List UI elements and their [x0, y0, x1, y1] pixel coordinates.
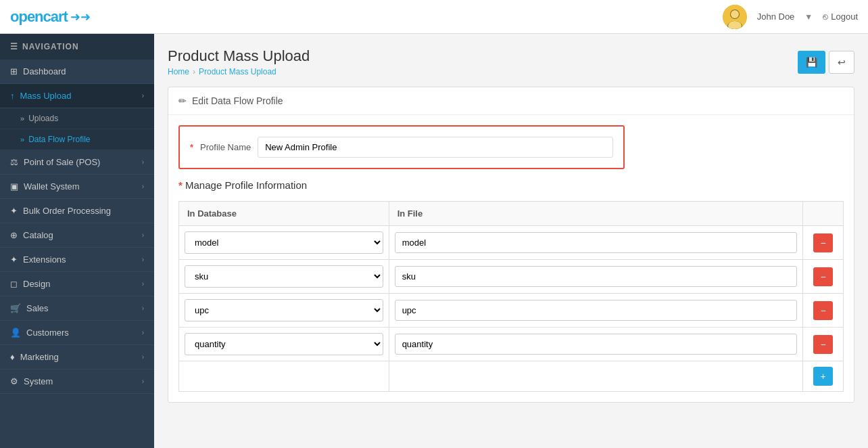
page-title-section: Product Mass Upload Home › Product Mass …: [168, 47, 310, 76]
file-cell: [389, 260, 802, 294]
file-input-2[interactable]: [395, 300, 797, 321]
page-title: Product Mass Upload: [168, 47, 310, 65]
user-dropdown-icon[interactable]: ▼: [804, 12, 813, 22]
remove-button-3[interactable]: −: [813, 335, 832, 354]
sidebar-item-mass-upload[interactable]: ↑ Mass Upload ›: [0, 84, 154, 108]
file-cell: [389, 328, 802, 361]
add-row-button[interactable]: +: [813, 367, 832, 386]
manage-header-label: Manage Profile Information: [185, 179, 307, 191]
save-button[interactable]: 💾: [798, 51, 825, 74]
add-action-cell: +: [803, 361, 844, 392]
main-layout: ☰ NAVIGATION ⊞ Dashboard ↑ Mass Upload ›…: [0, 34, 868, 448]
system-arrow: ›: [142, 378, 144, 385]
avatar: [723, 5, 747, 29]
sidebar-sub-uploads[interactable]: Uploads: [0, 108, 154, 129]
sidebar-item-system[interactable]: ⚙ System ›: [0, 369, 154, 394]
design-icon: ◻: [10, 279, 18, 289]
logo: opencart ➜➜: [10, 8, 91, 26]
file-input-3[interactable]: [395, 334, 797, 355]
table-row: modelskuupcquantitynamepricestatusweight…: [179, 294, 844, 328]
table-header-row: In Database In File: [179, 202, 844, 226]
edit-icon: ✏: [178, 95, 187, 106]
manage-required-star: *: [178, 179, 183, 191]
breadcrumb: Home › Product Mass Upload: [168, 67, 310, 76]
catalog-arrow: ›: [142, 231, 144, 239]
db-select-0[interactable]: modelskuupcquantitynamepricestatusweight: [185, 231, 383, 254]
nav-header: ☰ NAVIGATION: [0, 34, 154, 60]
sidebar-item-dashboard[interactable]: ⊞ Dashboard: [0, 60, 154, 84]
sales-arrow: ›: [142, 305, 144, 312]
remove-button-2[interactable]: −: [813, 301, 832, 320]
sidebar-item-design[interactable]: ◻ Design ›: [0, 272, 154, 296]
upload-icon: ↑: [10, 91, 15, 101]
mass-upload-arrow: ›: [142, 92, 144, 99]
db-cell: modelskuupcquantitynamepricestatusweight: [179, 260, 389, 294]
edit-card: ✏ Edit Data Flow Profile * Profile Name …: [168, 87, 854, 403]
sidebar: ☰ NAVIGATION ⊞ Dashboard ↑ Mass Upload ›…: [0, 34, 154, 448]
col-in-file: In File: [389, 202, 802, 226]
logout-button[interactable]: ⎋ Logout: [823, 12, 858, 22]
system-icon: ⚙: [10, 376, 18, 386]
sidebar-item-marketing[interactable]: ♦ Marketing ›: [0, 345, 154, 369]
table-row: modelskuupcquantitynamepricestatusweight…: [179, 226, 844, 260]
top-header: opencart ➜➜ John Doe ▼ ⎋ Logout: [0, 0, 868, 34]
action-cell: −: [803, 226, 844, 260]
bulk-order-icon: ✦: [10, 206, 18, 216]
marketing-icon: ♦: [10, 352, 15, 362]
customers-icon: 👤: [10, 328, 21, 338]
sidebar-item-pos[interactable]: ⚖ Point of Sale (POS) ›: [0, 150, 154, 175]
file-input-0[interactable]: [395, 232, 797, 253]
sidebar-item-catalog[interactable]: ⊕ Catalog ›: [0, 223, 154, 248]
sales-icon: 🛒: [10, 303, 21, 313]
sidebar-item-wallet[interactable]: ▣ Wallet System ›: [0, 175, 154, 199]
catalog-icon: ⊕: [10, 230, 18, 240]
extensions-icon: ✦: [10, 254, 18, 265]
marketing-arrow: ›: [142, 353, 144, 361]
add-db-cell: [179, 361, 389, 392]
add-file-cell: [389, 361, 802, 392]
pos-arrow: ›: [142, 158, 144, 166]
manage-section-header: * Manage Profile Information: [178, 179, 844, 191]
file-cell: [389, 294, 802, 328]
logo-icon: ➜➜: [70, 9, 91, 24]
file-input-1[interactable]: [395, 266, 797, 287]
breadcrumb-current: Product Mass Upload: [199, 67, 276, 76]
action-cell: −: [803, 294, 844, 328]
customers-arrow: ›: [142, 329, 144, 336]
pos-icon: ⚖: [10, 157, 18, 167]
breadcrumb-home[interactable]: Home: [168, 67, 189, 76]
header-right: John Doe ▼ ⎋ Logout: [723, 5, 858, 29]
card-header-label: Edit Data Flow Profile: [192, 95, 283, 106]
page-header: Product Mass Upload Home › Product Mass …: [168, 47, 854, 76]
db-select-3[interactable]: modelskuupcquantitynamepricestatusweight: [185, 333, 383, 355]
extensions-arrow: ›: [142, 256, 144, 263]
mapping-table: In Database In File modelskuupcquantityn…: [178, 201, 844, 392]
remove-button-0[interactable]: −: [813, 233, 832, 252]
dashboard-icon: ⊞: [10, 66, 18, 76]
sidebar-sub-data-flow-profile[interactable]: Data Flow Profile: [0, 129, 154, 150]
sidebar-item-sales[interactable]: 🛒 Sales ›: [0, 296, 154, 321]
sidebar-item-bulk-order[interactable]: ✦ Bulk Order Processing: [0, 199, 154, 223]
db-cell: modelskuupcquantitynamepricestatusweight: [179, 226, 389, 260]
db-cell: modelskuupcquantitynamepricestatusweight: [179, 294, 389, 328]
logo-text: opencart: [10, 8, 68, 26]
sidebar-item-extensions[interactable]: ✦ Extensions ›: [0, 248, 154, 272]
db-cell: modelskuupcquantitynamepricestatusweight: [179, 328, 389, 361]
profile-name-input[interactable]: [258, 137, 613, 158]
add-row: +: [179, 361, 844, 392]
user-name[interactable]: John Doe: [757, 12, 795, 22]
table-row: modelskuupcquantitynamepricestatusweight…: [179, 260, 844, 294]
db-select-1[interactable]: modelskuupcquantitynamepricestatusweight: [185, 265, 383, 288]
profile-name-box: * Profile Name: [178, 125, 625, 169]
col-in-database: In Database: [179, 202, 389, 226]
wallet-arrow: ›: [142, 183, 144, 190]
db-select-2[interactable]: modelskuupcquantitynamepricestatusweight: [185, 299, 383, 321]
back-button[interactable]: ↩: [829, 51, 854, 74]
col-actions: [803, 202, 844, 226]
table-row: modelskuupcquantitynamepricestatusweight…: [179, 328, 844, 361]
remove-button-1[interactable]: −: [813, 267, 832, 286]
sidebar-item-customers[interactable]: 👤 Customers ›: [0, 321, 154, 345]
required-star: *: [190, 142, 193, 152]
card-body: * Profile Name * Manage Profile Informat…: [168, 115, 854, 402]
breadcrumb-separator: ›: [193, 67, 195, 76]
